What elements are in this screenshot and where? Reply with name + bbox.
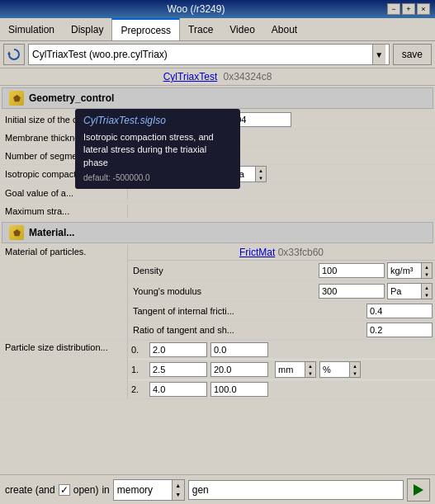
app-title: Woo (/r3249) [5,3,387,15]
run-button[interactable] [407,478,430,502]
material-particles-label: Material of particles. [0,245,128,340]
youngs-unit-arrows[interactable]: ▲ ▼ [421,284,432,299]
frictmat-tan-friction-label: Tangent of internal fricti... [128,304,364,318]
youngs-unit-combo[interactable]: Pa ▲ ▼ [387,283,433,299]
save-button[interactable]: save [393,44,432,65]
psd-row-2: 2. [128,380,435,398]
main-area: CylTriaxTest 0x34324c8 ⬟ Geometry_contro… [0,68,435,473]
menu-preprocess[interactable]: Preprocess [111,18,180,40]
density-unit-up[interactable]: ▲ [422,263,432,271]
frictmat-name-link[interactable]: FrictMat [239,247,275,258]
psd-val1-1[interactable] [149,362,207,377]
object-selector[interactable]: CylTriaxTest (woo.pre.cylTriax) ▼ [28,44,390,65]
object-selector-arrow[interactable]: ▼ [372,45,385,64]
menu-video[interactable]: Video [221,18,262,40]
spacer [0,399,435,440]
prop-max-strain-label: Maximum stra... [0,205,128,218]
psd-row-0: 0. [128,341,435,360]
frictmat-ratio-label: Ratio of tangent and sh... [128,323,364,337]
in-label: in [102,484,109,496]
object-header: CylTriaxTest 0x34324c8 [0,68,435,86]
object-name-link[interactable]: CylTriaxTest [163,71,218,82]
psd-unit-pct-down[interactable]: ▼ [350,370,360,377]
memory-combo-arrows[interactable]: ▲ ▼ [172,480,184,500]
frictmat-ratio-value [364,321,435,339]
frictmat-youngs: Young's modulus Pa ▲ ▼ [128,281,435,302]
title-bar: Woo (/r3249) − + × [0,0,435,18]
psd-row: Particle size distribution... 0. 1. mm ▲… [0,341,435,399]
psd-val2-1[interactable] [210,362,268,377]
youngs-unit-down[interactable]: ▼ [422,291,432,299]
window-controls[interactable]: − + × [387,3,430,15]
check-mark: ✓ [60,484,69,496]
psd-val1-2[interactable] [149,382,207,397]
density-unit-combo[interactable]: kg/m³ ▲ ▼ [387,262,433,279]
tooltip-default-value: -500000.0 [113,173,150,182]
close-button[interactable]: × [417,3,430,15]
memory-combo-text: memory [114,480,172,500]
psd-unit-mm-arrows[interactable]: ▲ ▼ [305,362,315,377]
minimize-button[interactable]: − [387,3,400,15]
density-unit-down[interactable]: ▼ [422,271,432,278]
material-icon: ⬟ [9,225,24,240]
frictmat-density: Density kg/m³ ▲ ▼ [128,261,435,281]
psd-content: 0. 1. mm ▲ ▼ % [128,341,435,398]
gen-input[interactable] [188,480,404,500]
prop-goal-value-field [128,192,435,194]
tooltip-popup: CylTriaxTest.sigIso Isotropic compaction… [75,109,240,189]
toolbar: CylTriaxTest (woo.pre.cylTriax) ▼ save [0,41,435,68]
open-checkbox[interactable]: ✓ [59,484,70,496]
frictmat-density-input[interactable] [319,263,385,278]
unit-kpa-down[interactable]: ▼ [256,174,266,181]
psd-row-1: 1. mm ▲ ▼ % ▲ ▼ [128,360,435,380]
refresh-button[interactable] [3,44,25,65]
frictmat-youngs-input[interactable] [319,284,385,299]
material-section-title: Material... [29,227,74,238]
frictmat-tan-friction: Tangent of internal fricti... [128,302,435,321]
bottom-bar: create (and ✓ open) in memory ▲ ▼ [0,474,435,504]
memory-combo-up[interactable]: ▲ [173,481,184,490]
frictmat-tan-friction-input[interactable] [366,304,433,318]
frictmat-header: FrictMat 0x33fcb60 [128,245,435,261]
geometry-section-header: ⬟ Geometry_control [2,87,433,109]
youngs-unit-text: Pa [388,284,421,299]
psd-unit-pct-up[interactable]: ▲ [350,362,360,370]
tooltip-title: CylTriaxTest.sigIso [83,114,232,128]
psd-unit-pct-combo[interactable]: % ▲ ▼ [319,361,361,378]
memory-combo[interactable]: memory ▲ ▼ [113,479,185,501]
geometry-section-title: Geometry_control [29,92,114,104]
psd-label: Particle size distribution... [0,341,128,398]
frictmat-ratio-input[interactable] [366,323,433,337]
youngs-unit-up[interactable]: ▲ [422,284,432,291]
psd-val1-0[interactable] [149,342,207,357]
menu-display[interactable]: Display [63,18,111,40]
memory-combo-down[interactable]: ▼ [173,490,184,499]
material-particles-content: FrictMat 0x33fcb60 Density kg/m³ ▲ ▼ [128,245,435,340]
prop-max-strain: Maximum stra... [0,202,435,220]
menu-bar: Simulation Display Preprocess Trace Vide… [0,18,435,41]
density-unit-text: kg/m³ [388,263,421,278]
psd-unit-pct-text: % [320,362,349,377]
unit-kpa-up[interactable]: ▲ [256,167,266,174]
density-unit-arrows[interactable]: ▲ ▼ [421,263,432,278]
object-selector-text: CylTriaxTest (woo.pre.cylTriax) [32,49,168,60]
psd-unit-mm-down[interactable]: ▼ [305,370,315,377]
psd-unit-mm-up[interactable]: ▲ [305,362,315,370]
menu-simulation[interactable]: Simulation [0,18,63,40]
menu-about[interactable]: About [263,18,305,40]
psd-unit-pct-arrows[interactable]: ▲ ▼ [349,362,360,377]
psd-val2-2[interactable] [210,382,268,397]
svg-marker-0 [7,51,11,54]
frictmat-youngs-value: Pa ▲ ▼ [316,281,435,301]
psd-val2-0[interactable] [210,342,268,357]
psd-idx-0: 0. [131,345,146,355]
unit-kpa-arrows[interactable]: ▲ ▼ [255,167,266,181]
frictmat-density-label: Density [128,264,316,277]
psd-unit-mm-text: mm [276,362,305,377]
create-label: create (and [5,484,55,496]
tooltip-default: default: -500000.0 [83,172,232,184]
maximize-button[interactable]: + [402,3,415,15]
menu-trace[interactable]: Trace [180,18,221,40]
frictmat-youngs-label: Young's modulus [128,285,316,298]
psd-unit-mm-combo[interactable]: mm ▲ ▼ [275,361,316,378]
